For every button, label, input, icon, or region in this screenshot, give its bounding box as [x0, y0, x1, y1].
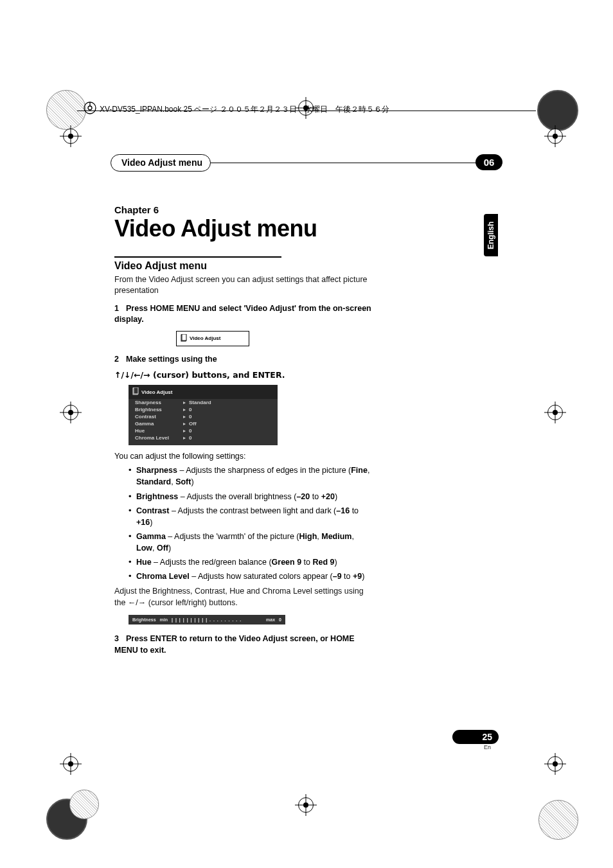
- step-number: 1: [114, 303, 126, 315]
- step-2-arrows: ↑/↓/←/→ (cursor) buttons, and ENTER.: [114, 370, 374, 380]
- post-bullets-paragraph: Adjust the Brightness, Contrast, Hue and…: [114, 586, 374, 608]
- right-arrow-icon: ▸: [180, 414, 189, 420]
- registration-mark: [298, 797, 314, 813]
- video-adjust-menu: Video Adjust Sharpness ▸ Standard Bright…: [129, 385, 278, 445]
- term: Chroma Level: [136, 572, 190, 581]
- step-1: 1Press HOME MENU and select 'Video Adjus…: [114, 303, 374, 326]
- term: Fine: [351, 466, 368, 475]
- txt: ): [362, 572, 364, 581]
- txt: ): [335, 492, 337, 501]
- section-header-bar: Video Adjust menu 06: [114, 154, 499, 171]
- slider-label: Brightness: [132, 617, 156, 622]
- menu-header: Video Adjust: [129, 385, 278, 399]
- step-2: 2Make settings using the: [114, 354, 374, 366]
- book-header-text: XV-DV535_IPPAN.book 25 ページ ２００５年２月２３日 水曜…: [100, 104, 389, 115]
- txt: ,: [351, 532, 353, 541]
- menu-label: Gamma: [135, 421, 180, 427]
- term: Red 9: [313, 558, 335, 567]
- right-arrow-icon: ▸: [180, 407, 189, 412]
- video-adjust-minibox-label: Video Adjust: [190, 335, 220, 341]
- list-item-hue: Hue – Adjusts the red/green balance (Gre…: [129, 556, 374, 568]
- registration-mark: [547, 756, 563, 772]
- step-text: Make settings using the: [126, 355, 217, 364]
- menu-label: Chroma Level: [135, 435, 180, 441]
- term: +9: [353, 572, 362, 581]
- txt: – Adjusts the sharpness of edges in the …: [177, 466, 351, 475]
- section-heading: Video Adjust menu: [114, 260, 374, 272]
- term: –16: [336, 506, 350, 515]
- section-title-pill: Video Adjust menu: [111, 154, 211, 172]
- menu-label: Contrast: [135, 414, 180, 420]
- term: +16: [136, 518, 150, 527]
- menu-value: Off: [189, 421, 197, 427]
- menu-row-sharpness: Sharpness ▸ Standard: [129, 399, 278, 406]
- right-arrow-icon: ▸: [180, 435, 189, 441]
- step-number: 3: [114, 633, 126, 645]
- txt: ): [335, 558, 337, 567]
- step-text: Press HOME MENU and select 'Video Adjust…: [114, 304, 371, 324]
- slider-value: 0: [279, 617, 281, 622]
- page-icon: [181, 334, 187, 343]
- txt: – Adjusts the red/green balance (: [152, 558, 272, 567]
- term: Off: [157, 544, 168, 553]
- term: –9: [333, 572, 342, 581]
- menu-row-contrast: Contrast ▸ 0: [129, 413, 278, 420]
- list-item-gamma: Gamma – Adjusts the 'warmth' of the pict…: [129, 531, 374, 554]
- section-intro: From the Video Adjust screen you can adj…: [114, 274, 374, 297]
- menu-row-chroma: Chroma Level ▸ 0: [129, 434, 278, 441]
- term: Standard: [136, 477, 171, 486]
- txt: ): [191, 477, 193, 486]
- term: –20: [296, 492, 310, 501]
- term: Sharpness: [136, 466, 177, 475]
- menu-value: 0: [189, 414, 191, 420]
- section-rule: [114, 256, 281, 258]
- video-adjust-minibox: Video Adjust: [176, 331, 249, 346]
- menu-row-brightness: Brightness ▸ 0: [129, 406, 278, 413]
- list-item-brightness: Brightness – Adjusts the overall brightn…: [129, 491, 374, 502]
- svg-rect-4: [182, 334, 186, 341]
- txt: ,: [368, 466, 369, 475]
- right-arrow-icon: ▸: [180, 428, 189, 434]
- term: Brightness: [136, 492, 178, 501]
- step-text: Press ENTER to return to the Video Adjus…: [114, 634, 355, 655]
- registration-circle: [46, 90, 86, 130]
- term: Hue: [136, 558, 152, 567]
- txt: ,: [152, 544, 157, 553]
- txt: to: [342, 572, 353, 581]
- page-footer: 25 En: [452, 730, 499, 750]
- term: +20: [321, 492, 335, 501]
- txt: to: [350, 506, 359, 515]
- language-tab: English: [484, 214, 498, 256]
- registration-mark: [547, 128, 563, 144]
- menu-value: 0: [189, 435, 191, 441]
- settings-list: Sharpness – Adjusts the sharpness of edg…: [114, 465, 374, 582]
- settings-intro: You can adjust the following settings:: [114, 452, 374, 461]
- list-item-sharpness: Sharpness – Adjusts the sharpness of edg…: [129, 465, 374, 488]
- chapter-title: Video Adjust menu: [114, 217, 374, 241]
- txt: – Adjusts how saturated colors appear (: [190, 572, 333, 581]
- registration-circle: [69, 790, 99, 819]
- list-item-chroma: Chroma Level – Adjusts how saturated col…: [129, 571, 374, 582]
- txt: ): [150, 518, 152, 527]
- menu-label: Hue: [135, 428, 180, 434]
- page-icon: [132, 387, 139, 396]
- registration-mark: [63, 405, 78, 420]
- step-3: 3Press ENTER to return to the Video Adju…: [114, 633, 374, 656]
- registration-mark: [547, 405, 563, 420]
- page-language-label: En: [452, 744, 499, 750]
- menu-value: 0: [189, 407, 191, 412]
- term: Gamma: [136, 532, 166, 541]
- menu-title: Video Adjust: [141, 389, 172, 395]
- term: Medium: [321, 532, 351, 541]
- term: Contrast: [136, 506, 169, 515]
- txt: to: [301, 558, 312, 567]
- menu-value: 0: [189, 428, 191, 434]
- registration-mark: [63, 756, 78, 772]
- term: Soft: [175, 477, 191, 486]
- menu-row-hue: Hue ▸ 0: [129, 427, 278, 434]
- step-number: 2: [114, 354, 126, 366]
- term: Low: [136, 544, 152, 553]
- list-item-contrast: Contrast – Adjusts the contrast between …: [129, 505, 374, 528]
- txt: – Adjusts the contrast between light and…: [169, 506, 336, 515]
- slider-track: | | | | | | | | | | . . . . . . . . .: [172, 617, 262, 622]
